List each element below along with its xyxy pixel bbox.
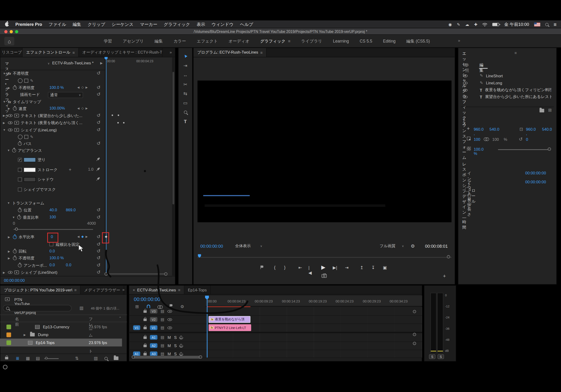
twirl-closed-icon[interactable]: ▶ <box>3 114 6 117</box>
menu-graphics[interactable]: グラフィック <box>164 22 190 28</box>
wifi-icon[interactable] <box>483 22 487 26</box>
twirl-open-icon[interactable]: ▼ <box>3 100 6 103</box>
ec-pin-chevron-icon[interactable]: ▶ <box>100 61 103 65</box>
track-toggle-v1[interactable]: V1 <box>150 325 157 330</box>
workspace-tab-libraries[interactable]: ライブラリ <box>301 39 322 44</box>
twirl-open-icon[interactable]: ▼ <box>7 149 10 152</box>
eye-icon[interactable] <box>8 129 13 131</box>
anchor-y-value[interactable]: 0.0 <box>66 263 71 267</box>
home-button[interactable]: ⌂ <box>4 37 14 46</box>
label-color-swatch[interactable] <box>6 340 11 345</box>
stopwatch-icon[interactable] <box>13 256 17 260</box>
eg-intro-value[interactable]: 00:00:00:00 <box>525 171 546 175</box>
list-view-icon[interactable]: ≣ <box>16 356 19 361</box>
keyframe-dot[interactable] <box>123 122 125 123</box>
eg-position-x[interactable]: 960.0 , <box>474 127 484 136</box>
project-row-selected[interactable]: Ep14-Tops23.976 fps <box>0 339 122 347</box>
menu-window[interactable]: ウィンドウ <box>212 22 234 28</box>
lock-icon[interactable] <box>143 335 147 340</box>
hscale-value[interactable]: 0 <box>51 235 53 239</box>
layer-name[interactable]: LineLong <box>486 81 502 85</box>
menu-help[interactable]: ヘルプ <box>240 22 253 28</box>
solo-right-button[interactable]: S <box>438 354 444 359</box>
reset-icon[interactable]: ↺ <box>97 214 101 220</box>
workspace-overflow-chevron[interactable]: » <box>458 38 460 43</box>
eg-layer-row[interactable]: ✎LineShort <box>463 72 503 79</box>
source-patch-a1[interactable]: A1 <box>133 352 140 356</box>
project-search-input[interactable] <box>3 305 71 311</box>
solo-left-button[interactable]: S <box>429 354 435 359</box>
mark-in-icon[interactable]: { <box>274 265 276 270</box>
add-button-icon[interactable]: + <box>443 273 446 279</box>
reset-icon[interactable]: ↺ <box>97 207 101 213</box>
keyframe-dot[interactable] <box>118 114 119 116</box>
ellipse-tool-icon[interactable] <box>18 134 22 139</box>
input-source-icon[interactable] <box>534 22 540 26</box>
eg-scale-value[interactable]: 100 <box>474 137 480 141</box>
layer-name[interactable]: LineShort <box>486 74 503 78</box>
minimize-window-button[interactable] <box>10 30 13 33</box>
ratio-lock-checkbox[interactable] <box>49 242 53 246</box>
rect-mask-tool-icon[interactable] <box>24 78 28 83</box>
tab-effect-controls[interactable]: エフェクトコントロール≡ <box>22 48 79 57</box>
eg-position-y[interactable]: 540.0 <box>489 127 499 131</box>
rect-tool-icon[interactable] <box>24 135 28 139</box>
eg-tab-browse[interactable]: 参照 <box>465 62 469 73</box>
fx-icon[interactable]: fx <box>8 100 11 104</box>
workspace-tab-edit-cs55[interactable]: 編集 (CS5.5) <box>406 39 430 44</box>
lock-icon[interactable] <box>143 309 147 314</box>
eg-layer-row[interactable]: T展望台から少し歩いた所にあるレスト... <box>463 93 551 100</box>
eyedropper-icon[interactable] <box>96 167 100 171</box>
new-bin-icon[interactable] <box>114 357 119 361</box>
panel-menu-icon[interactable]: ≡ <box>260 50 263 54</box>
thumbnail-zoom-handle[interactable] <box>45 357 48 359</box>
project-overflow-chevron[interactable]: » <box>122 287 125 292</box>
search-target-icon[interactable]: ▥ <box>79 306 83 311</box>
cloud-icon[interactable]: ☁ <box>465 22 469 27</box>
scrubber-zoom-handle[interactable] <box>447 255 450 259</box>
speed-value[interactable]: 100.00% <box>49 106 65 110</box>
reset-icon[interactable]: ↺ <box>97 242 101 247</box>
track-options-icon[interactable]: ▤ <box>161 352 164 356</box>
lane-scrollbar[interactable] <box>172 58 175 275</box>
eg-opacity-slider-handle[interactable] <box>548 147 551 151</box>
menu-marker[interactable]: マーカー <box>140 22 157 28</box>
eg-opacity-value[interactable]: 100.0 % <box>474 147 484 156</box>
blend-mode-select[interactable]: 通常∨ <box>48 92 83 98</box>
project-row[interactable]: Ep13-Currency23.976 fps <box>0 323 122 331</box>
workspace-tab-effects[interactable]: エフェクト <box>197 39 218 44</box>
stopwatch-icon[interactable] <box>13 86 17 90</box>
freeform-view-icon[interactable]: ▤ <box>36 356 40 361</box>
ec-clip-breadcrumb[interactable]: ECTV-Rush-TwoLines * <box>52 61 99 65</box>
vscale-slider-handle[interactable] <box>15 228 18 230</box>
eye-icon[interactable] <box>8 121 13 124</box>
mute-button[interactable]: M <box>168 352 171 356</box>
lane-scrollbar-thumb[interactable] <box>173 72 174 204</box>
eg-outro-value[interactable]: 00:00:00:00 <box>525 180 546 184</box>
pen-status-icon[interactable]: ✎ <box>457 22 460 27</box>
twirl-open-icon[interactable]: ▼ <box>3 128 6 132</box>
fx-icon[interactable]: fx <box>8 71 11 76</box>
sort-caret-icon[interactable]: ⌃ <box>119 316 121 320</box>
tab-program-monitor[interactable]: プログラム: ECTV-Rush-TwoLines≡ <box>194 48 267 57</box>
source-patch-v1[interactable]: V1 <box>133 325 140 330</box>
item-name[interactable]: Ep13-Currency <box>43 325 70 329</box>
workspace-tab-graphics[interactable]: グラフィック≡ <box>260 39 290 44</box>
mute-button[interactable]: M <box>168 343 171 348</box>
lock-icon[interactable] <box>143 343 147 348</box>
lock-icon[interactable] <box>143 325 147 330</box>
reset-icon[interactable]: ↺ <box>97 270 101 275</box>
reset-icon[interactable]: ↺ <box>97 113 101 118</box>
chevron-down-icon[interactable]: ∨ <box>48 62 50 65</box>
step-back-icon[interactable]: |◀ <box>308 265 312 275</box>
position-y-value[interactable]: 869.0 <box>66 207 76 212</box>
stopwatch-icon[interactable] <box>18 263 22 267</box>
spotlight-search-icon[interactable] <box>545 23 549 26</box>
lane-zoom-handle-left[interactable] <box>105 272 108 276</box>
track-toggle-a1[interactable]: A1 <box>150 335 157 340</box>
track-height-handle[interactable] <box>413 310 416 313</box>
ripple-edit-tool-icon[interactable]: ↔ <box>178 72 192 78</box>
stopwatch-icon[interactable] <box>13 235 17 239</box>
tab-audio-clip-mixer[interactable]: オーディオクリップミキサー : ECTV-Rush-TwoL <box>79 48 162 57</box>
label-color-swatch[interactable] <box>6 325 11 329</box>
